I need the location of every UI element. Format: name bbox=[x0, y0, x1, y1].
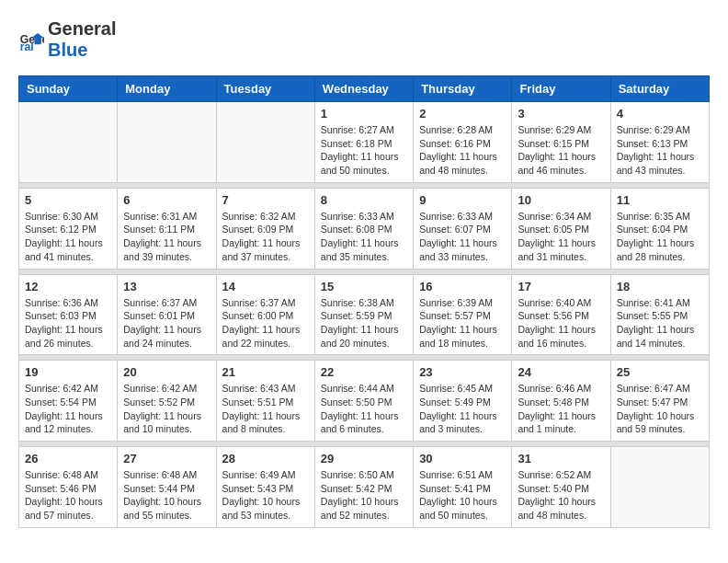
day-number: 21 bbox=[222, 365, 309, 379]
day-number: 8 bbox=[321, 193, 407, 207]
calendar-week-row: 19Sunrise: 6:42 AM Sunset: 5:54 PM Dayli… bbox=[19, 361, 710, 442]
day-info: Sunrise: 6:36 AM Sunset: 6:03 PM Dayligh… bbox=[25, 296, 111, 350]
day-of-week-header: Sunday bbox=[19, 76, 118, 102]
day-info: Sunrise: 6:31 AM Sunset: 6:11 PM Dayligh… bbox=[123, 210, 210, 264]
day-info: Sunrise: 6:52 AM Sunset: 5:40 PM Dayligh… bbox=[518, 468, 604, 523]
calendar-cell: 5Sunrise: 6:30 AM Sunset: 6:12 PM Daylig… bbox=[19, 188, 118, 269]
day-info: Sunrise: 6:50 AM Sunset: 5:42 PM Dayligh… bbox=[321, 468, 407, 523]
calendar-cell: 23Sunrise: 6:45 AM Sunset: 5:49 PM Dayli… bbox=[414, 361, 512, 442]
day-info: Sunrise: 6:29 AM Sunset: 6:13 PM Dayligh… bbox=[617, 123, 703, 178]
calendar-cell: 29Sunrise: 6:50 AM Sunset: 5:42 PM Dayli… bbox=[314, 447, 413, 528]
calendar-cell: 12Sunrise: 6:36 AM Sunset: 6:03 PM Dayli… bbox=[19, 274, 118, 355]
day-info: Sunrise: 6:33 AM Sunset: 6:08 PM Dayligh… bbox=[321, 210, 407, 264]
calendar-cell: 3Sunrise: 6:29 AM Sunset: 6:15 PM Daylig… bbox=[512, 102, 610, 183]
calendar-cell bbox=[118, 102, 216, 183]
calendar-cell: 1Sunrise: 6:27 AM Sunset: 6:18 PM Daylig… bbox=[314, 102, 413, 183]
calendar-cell: 2Sunrise: 6:28 AM Sunset: 6:16 PM Daylig… bbox=[414, 102, 512, 183]
day-info: Sunrise: 6:43 AM Sunset: 5:51 PM Dayligh… bbox=[222, 382, 309, 436]
calendar-cell: 11Sunrise: 6:35 AM Sunset: 6:04 PM Dayli… bbox=[610, 188, 709, 269]
day-info: Sunrise: 6:45 AM Sunset: 5:49 PM Dayligh… bbox=[419, 382, 506, 436]
calendar-cell: 26Sunrise: 6:48 AM Sunset: 5:46 PM Dayli… bbox=[19, 447, 118, 528]
calendar-cell: 7Sunrise: 6:32 AM Sunset: 6:09 PM Daylig… bbox=[216, 188, 314, 269]
day-info: Sunrise: 6:39 AM Sunset: 5:57 PM Dayligh… bbox=[419, 296, 506, 350]
calendar-cell: 19Sunrise: 6:42 AM Sunset: 5:54 PM Dayli… bbox=[19, 361, 118, 442]
day-info: Sunrise: 6:32 AM Sunset: 6:09 PM Dayligh… bbox=[222, 210, 309, 264]
day-info: Sunrise: 6:47 AM Sunset: 5:47 PM Dayligh… bbox=[617, 382, 703, 436]
day-of-week-header: Saturday bbox=[610, 76, 709, 102]
day-number: 17 bbox=[518, 280, 604, 293]
calendar-cell: 22Sunrise: 6:44 AM Sunset: 5:50 PM Dayli… bbox=[314, 361, 413, 442]
calendar-cell: 20Sunrise: 6:42 AM Sunset: 5:52 PM Dayli… bbox=[118, 361, 216, 442]
day-of-week-header: Wednesday bbox=[314, 76, 413, 102]
day-info: Sunrise: 6:33 AM Sunset: 6:07 PM Dayligh… bbox=[419, 210, 506, 264]
day-number: 20 bbox=[123, 365, 210, 379]
day-number: 31 bbox=[518, 452, 604, 465]
calendar-cell: 10Sunrise: 6:34 AM Sunset: 6:05 PM Dayli… bbox=[512, 188, 610, 269]
day-number: 26 bbox=[25, 452, 111, 465]
day-of-week-header: Thursday bbox=[414, 76, 512, 102]
day-info: Sunrise: 6:48 AM Sunset: 5:46 PM Dayligh… bbox=[25, 468, 111, 523]
day-info: Sunrise: 6:51 AM Sunset: 5:41 PM Dayligh… bbox=[419, 468, 506, 523]
day-info: Sunrise: 6:37 AM Sunset: 6:01 PM Dayligh… bbox=[123, 296, 210, 350]
day-number: 22 bbox=[321, 365, 407, 379]
day-number: 3 bbox=[518, 107, 604, 121]
day-number: 18 bbox=[617, 280, 703, 293]
day-info: Sunrise: 6:40 AM Sunset: 5:56 PM Dayligh… bbox=[518, 296, 604, 350]
calendar-cell: 27Sunrise: 6:48 AM Sunset: 5:44 PM Dayli… bbox=[118, 447, 216, 528]
logo: Gene ral General Blue bbox=[18, 18, 116, 61]
calendar-cell: 9Sunrise: 6:33 AM Sunset: 6:07 PM Daylig… bbox=[414, 188, 512, 269]
day-number: 25 bbox=[617, 365, 703, 379]
day-info: Sunrise: 6:34 AM Sunset: 6:05 PM Dayligh… bbox=[518, 210, 604, 264]
day-info: Sunrise: 6:44 AM Sunset: 5:50 PM Dayligh… bbox=[321, 382, 407, 436]
day-number: 14 bbox=[222, 280, 309, 293]
day-info: Sunrise: 6:28 AM Sunset: 6:16 PM Dayligh… bbox=[419, 123, 506, 178]
calendar-cell: 25Sunrise: 6:47 AM Sunset: 5:47 PM Dayli… bbox=[610, 361, 709, 442]
calendar-cell bbox=[610, 447, 709, 528]
day-number: 19 bbox=[25, 365, 111, 379]
calendar-cell: 14Sunrise: 6:37 AM Sunset: 6:00 PM Dayli… bbox=[216, 274, 314, 355]
day-number: 29 bbox=[321, 452, 407, 465]
calendar-week-row: 5Sunrise: 6:30 AM Sunset: 6:12 PM Daylig… bbox=[19, 188, 710, 269]
day-number: 15 bbox=[321, 280, 407, 293]
day-number: 10 bbox=[518, 193, 604, 207]
calendar-week-row: 12Sunrise: 6:36 AM Sunset: 6:03 PM Dayli… bbox=[19, 274, 710, 355]
day-info: Sunrise: 6:49 AM Sunset: 5:43 PM Dayligh… bbox=[222, 468, 309, 523]
calendar-cell: 8Sunrise: 6:33 AM Sunset: 6:08 PM Daylig… bbox=[314, 188, 413, 269]
day-info: Sunrise: 6:37 AM Sunset: 6:00 PM Dayligh… bbox=[222, 296, 309, 350]
day-number: 4 bbox=[617, 107, 703, 121]
day-number: 9 bbox=[419, 193, 506, 207]
day-number: 16 bbox=[419, 280, 506, 293]
day-info: Sunrise: 6:35 AM Sunset: 6:04 PM Dayligh… bbox=[617, 210, 703, 264]
calendar-cell: 6Sunrise: 6:31 AM Sunset: 6:11 PM Daylig… bbox=[118, 188, 216, 269]
day-info: Sunrise: 6:46 AM Sunset: 5:48 PM Dayligh… bbox=[518, 382, 604, 436]
logo-text-blue: Blue bbox=[48, 40, 116, 61]
day-info: Sunrise: 6:38 AM Sunset: 5:59 PM Dayligh… bbox=[321, 296, 407, 350]
svg-text:ral: ral bbox=[20, 40, 34, 52]
calendar-cell: 28Sunrise: 6:49 AM Sunset: 5:43 PM Dayli… bbox=[216, 447, 314, 528]
day-number: 24 bbox=[518, 365, 604, 379]
day-of-week-header: Monday bbox=[118, 76, 216, 102]
day-info: Sunrise: 6:29 AM Sunset: 6:15 PM Dayligh… bbox=[518, 123, 604, 178]
calendar-cell: 13Sunrise: 6:37 AM Sunset: 6:01 PM Dayli… bbox=[118, 274, 216, 355]
day-info: Sunrise: 6:48 AM Sunset: 5:44 PM Dayligh… bbox=[123, 468, 210, 523]
day-info: Sunrise: 6:42 AM Sunset: 5:54 PM Dayligh… bbox=[25, 382, 111, 436]
logo-icon: Gene ral bbox=[18, 27, 44, 52]
calendar-cell: 17Sunrise: 6:40 AM Sunset: 5:56 PM Dayli… bbox=[512, 274, 610, 355]
calendar-cell: 16Sunrise: 6:39 AM Sunset: 5:57 PM Dayli… bbox=[414, 274, 512, 355]
day-number: 13 bbox=[123, 280, 210, 293]
day-number: 30 bbox=[419, 452, 506, 465]
page-header: Gene ral General Blue bbox=[18, 18, 710, 61]
day-number: 23 bbox=[419, 365, 506, 379]
calendar-cell: 31Sunrise: 6:52 AM Sunset: 5:40 PM Dayli… bbox=[512, 447, 610, 528]
day-number: 1 bbox=[321, 107, 407, 121]
day-number: 27 bbox=[123, 452, 210, 465]
calendar-cell: 30Sunrise: 6:51 AM Sunset: 5:41 PM Dayli… bbox=[414, 447, 512, 528]
calendar-cell bbox=[216, 102, 314, 183]
calendar-header-row: SundayMondayTuesdayWednesdayThursdayFrid… bbox=[19, 76, 710, 102]
day-info: Sunrise: 6:30 AM Sunset: 6:12 PM Dayligh… bbox=[25, 210, 111, 264]
day-info: Sunrise: 6:42 AM Sunset: 5:52 PM Dayligh… bbox=[123, 382, 210, 436]
day-number: 6 bbox=[123, 193, 210, 207]
calendar-week-row: 1Sunrise: 6:27 AM Sunset: 6:18 PM Daylig… bbox=[19, 102, 710, 183]
day-of-week-header: Tuesday bbox=[216, 76, 314, 102]
day-number: 12 bbox=[25, 280, 111, 293]
